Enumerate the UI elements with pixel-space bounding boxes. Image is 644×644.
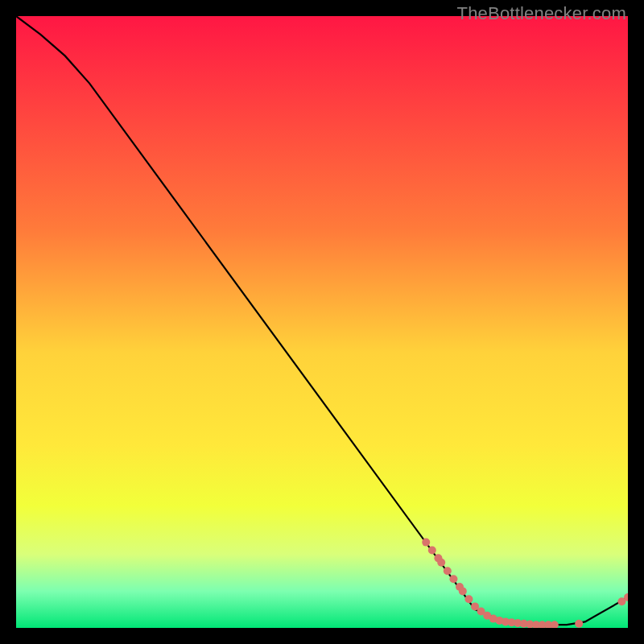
data-marker xyxy=(464,595,473,603)
watermark-text: TheBottlenecker.com xyxy=(457,3,626,24)
data-marker xyxy=(437,559,445,567)
plot-area xyxy=(16,16,628,628)
data-marker xyxy=(428,546,436,554)
data-marker xyxy=(575,620,583,628)
data-marker xyxy=(422,539,430,547)
chart-curve xyxy=(16,16,628,628)
data-marker xyxy=(551,621,559,628)
line-path xyxy=(16,16,628,625)
data-marker xyxy=(449,575,457,583)
data-marker xyxy=(459,587,467,595)
data-marker xyxy=(444,567,452,575)
